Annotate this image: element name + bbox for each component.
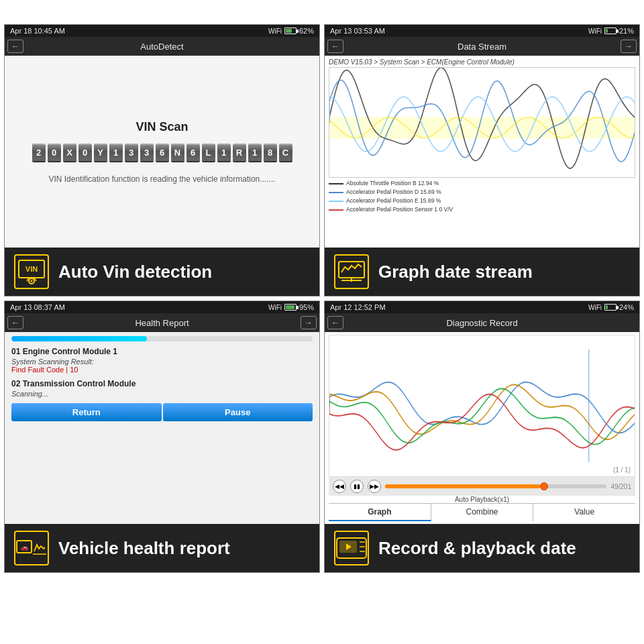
- diag-counter: 49/201: [610, 483, 631, 490]
- svg-text:VIN: VIN: [25, 265, 38, 273]
- module-title: 02 Transmission Control Module: [11, 379, 313, 388]
- progress-bar: [11, 336, 313, 341]
- datastream-path: DEMO V15.03 > System Scan > ECM(Engine C…: [329, 58, 635, 66]
- battery-pct: 24%: [619, 303, 634, 311]
- feature-icon: VIN: [14, 254, 49, 289]
- statusbar-time: Apr 18 10:45 AM: [10, 27, 65, 35]
- vin-char: 3: [125, 144, 138, 162]
- fast-forward-button[interactable]: ▶▶: [368, 480, 381, 493]
- diag-screen: CYL Crank Speed #1 32.50 rad/s CYL Crank…: [325, 332, 639, 524]
- pause-button[interactable]: Pause: [163, 403, 313, 421]
- back-button[interactable]: ←: [7, 316, 23, 329]
- feature-label: Auto Vin detection: [58, 262, 212, 282]
- legend-item: Accelerator Pedal Position E 15.69 %: [329, 197, 635, 205]
- vin-char: Y: [94, 144, 107, 162]
- vin-screen: VIN Scan 20X0Y1336N6L1R18C VIN Identific…: [5, 56, 319, 248]
- forward-button[interactable]: →: [621, 40, 637, 53]
- rewind-button[interactable]: ◀◀: [333, 480, 346, 493]
- feature-label: Graph date stream: [378, 262, 533, 282]
- legend-color: [329, 201, 343, 202]
- diag-tab-value[interactable]: Value: [533, 504, 635, 521]
- datastream-screen: DEMO V15.03 > System Scan > ECM(Engine C…: [325, 56, 639, 248]
- return-button[interactable]: Return: [11, 403, 162, 421]
- health-svg: 🚗: [15, 535, 48, 561]
- vin-char: 3: [140, 144, 154, 162]
- feature-icon: [334, 531, 369, 566]
- diag-tab-graph[interactable]: Graph: [329, 504, 431, 521]
- cell-vin: Apr 18 10:45 AM WiFi 62% ← AutoDetect VI…: [4, 24, 320, 297]
- statusbar-right: WiFi 95%: [268, 303, 314, 311]
- statusbar: Apr 13 03:53 AM WiFi 21%: [325, 25, 639, 37]
- record-svg: [335, 535, 368, 561]
- vin-char: R: [233, 144, 246, 162]
- chart-legend: Absolute Throttle Position B 12.94 % Acc…: [329, 180, 635, 214]
- module-title: 01 Engine Control Module 1: [11, 347, 313, 356]
- progress-track[interactable]: [385, 484, 606, 488]
- diag-tab-combine[interactable]: Combine: [431, 504, 534, 521]
- back-button[interactable]: ←: [7, 40, 23, 53]
- battery-pct: 95%: [299, 303, 314, 311]
- vin-char: C: [279, 144, 292, 162]
- pause-button[interactable]: ▮▮: [350, 480, 364, 493]
- vin-char: 0: [78, 144, 92, 162]
- vin-desc: VIN Identification function is reading t…: [48, 174, 275, 184]
- vin-title: VIN Scan: [136, 120, 188, 134]
- cell-diag: Apr 12 12:52 PM WiFi 24% ← Diagnostic Re…: [324, 301, 640, 573]
- forward-button[interactable]: →: [301, 316, 317, 329]
- vin-char: 2: [32, 144, 46, 162]
- chart-area: [329, 67, 635, 178]
- back-button[interactable]: ←: [327, 40, 343, 53]
- diag-tab-bar: GraphCombineValue: [329, 503, 635, 521]
- statusbar-right: WiFi 24%: [588, 303, 634, 311]
- health-buttons: Return Pause: [11, 403, 313, 421]
- vin-char: L: [202, 144, 215, 162]
- legend-label: Accelerator Pedal Position Sensor 1 0 V/…: [346, 206, 453, 214]
- vin-char: 8: [264, 144, 277, 162]
- battery-icon: [284, 304, 297, 311]
- playback-label: Auto Playback(x1): [329, 496, 635, 503]
- feature-icon: 🚗: [14, 531, 49, 566]
- progress-fill: [11, 336, 147, 341]
- svg-text:🚗: 🚗: [21, 543, 29, 551]
- progress-filled: [385, 484, 540, 488]
- statusbar: Apr 12 12:52 PM WiFi 24%: [325, 301, 639, 313]
- vin-char: 1: [109, 144, 123, 162]
- battery-icon: [604, 28, 616, 34]
- vin-char: N: [171, 144, 184, 162]
- wifi-icon: WiFi: [268, 28, 282, 35]
- wifi-icon: WiFi: [588, 304, 602, 311]
- feature-label: Vehicle health report: [58, 538, 230, 559]
- feature-label: Record & playback date: [378, 538, 576, 559]
- battery-icon: [604, 304, 616, 311]
- titlebar-title: Data Stream: [343, 42, 621, 52]
- battery-pct: 62%: [299, 27, 314, 35]
- battery-pct: 21%: [619, 27, 634, 35]
- statusbar-time: Apr 12 12:52 PM: [330, 303, 386, 311]
- vin-char: 6: [186, 144, 200, 162]
- vin-svg: VIN: [17, 259, 46, 284]
- vin-char: X: [63, 144, 76, 162]
- wifi-icon: WiFi: [588, 28, 602, 35]
- legend-color: [329, 192, 343, 193]
- chart-svg: [329, 68, 635, 177]
- feature-bar: 🚗 Vehicle health report: [5, 524, 319, 572]
- legend-label: Accelerator Pedal Position D 15.69 %: [346, 189, 441, 197]
- module-1: 01 Engine Control Module 1 System Scanni…: [11, 347, 313, 374]
- vin-char: 0: [48, 144, 61, 162]
- health-screen: 01 Engine Control Module 1 System Scanni…: [5, 332, 319, 524]
- vin-char: 1: [248, 144, 262, 162]
- titlebar-title: Diagnostic Record: [343, 318, 621, 328]
- statusbar: Apr 13 08:37 AM WiFi 95%: [5, 301, 319, 313]
- back-button[interactable]: ←: [327, 316, 343, 329]
- legend-color: [329, 209, 343, 211]
- wifi-icon: WiFi: [268, 304, 282, 311]
- cell-datastream: Apr 13 03:53 AM WiFi 21% ← Data Stream →…: [324, 24, 640, 297]
- page-wrapper: Apr 18 10:45 AM WiFi 62% ← AutoDetect VI…: [0, 0, 644, 577]
- battery-icon: [284, 28, 297, 34]
- legend-color: [329, 183, 343, 184]
- header: [0, 0, 644, 20]
- titlebar: ← Diagnostic Record: [325, 313, 639, 332]
- vin-char: 6: [156, 144, 169, 162]
- statusbar: Apr 18 10:45 AM WiFi 62%: [5, 25, 319, 37]
- feature-bar: VIN Auto Vin detection: [5, 248, 319, 296]
